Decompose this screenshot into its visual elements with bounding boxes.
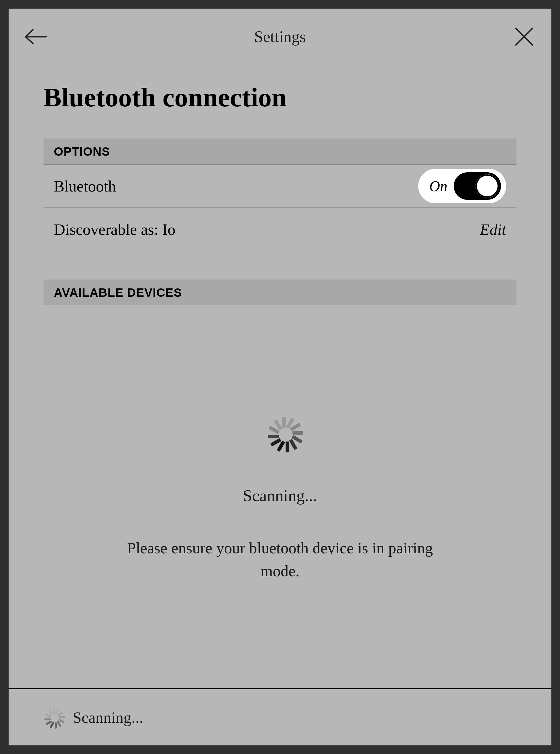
scanning-title: Scanning... xyxy=(243,486,317,505)
header-title: Settings xyxy=(254,27,306,46)
options-section-header: OPTIONS xyxy=(43,138,517,165)
toggle-knob xyxy=(476,174,499,198)
spinner-icon xyxy=(40,706,63,729)
options-section-label: OPTIONS xyxy=(54,145,506,158)
scanning-subtitle: Please ensure your bluetooth device is i… xyxy=(123,537,438,583)
bluetooth-label: Bluetooth xyxy=(54,177,116,195)
discoverable-label: Discoverable as: Io xyxy=(54,220,176,238)
header-bar: Settings xyxy=(8,8,552,64)
close-icon xyxy=(514,27,534,47)
back-button[interactable] xyxy=(24,25,47,48)
edit-discoverable-button[interactable]: Edit xyxy=(480,220,506,238)
arrow-left-icon xyxy=(24,29,47,45)
spinner-icon xyxy=(261,414,299,451)
toggle-state-label: On xyxy=(429,178,447,195)
toggle-track xyxy=(454,172,501,200)
devices-section-label: AVAILABLE DEVICES xyxy=(54,286,506,299)
close-button[interactable] xyxy=(513,25,536,48)
page-title: Bluetooth connection xyxy=(43,82,517,113)
bluetooth-toggle-row: Bluetooth On xyxy=(43,165,517,208)
devices-section-header: AVAILABLE DEVICES xyxy=(43,279,517,305)
footer-status: Scanning... xyxy=(73,709,143,727)
bluetooth-toggle[interactable]: On xyxy=(418,169,506,203)
scanning-block: Scanning... Please ensure your bluetooth… xyxy=(43,414,517,583)
footer-bar: Scanning... xyxy=(8,688,552,746)
discoverable-row: Discoverable as: Io Edit xyxy=(43,208,517,251)
